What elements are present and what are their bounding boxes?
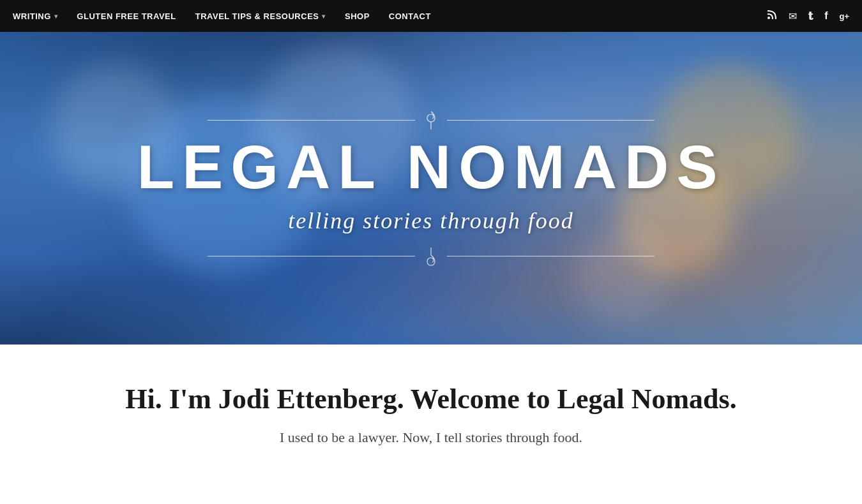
nav-travel-arrow: ▾: [322, 13, 326, 20]
svg-point-0: [767, 17, 770, 19]
facebook-icon[interactable]: f: [824, 10, 828, 22]
nav-left: WRITING ▾ GLUTEN FREE TRAVEL TRAVEL TIPS…: [13, 11, 431, 21]
rss-icon[interactable]: [767, 10, 777, 22]
site-title: LEGAL NOMADS: [137, 137, 725, 198]
nav-item-travel-tips[interactable]: TRAVEL TIPS & RESOURCES ▾: [195, 11, 326, 21]
welcome-heading: Hi. I'm Jodi Ettenberg. Welcome to Legal…: [51, 383, 811, 417]
nav-gluten-label: GLUTEN FREE TRAVEL: [77, 11, 176, 21]
nav-contact-label: CONTACT: [389, 11, 431, 21]
nav-item-gluten-free[interactable]: GLUTEN FREE TRAVEL: [77, 11, 176, 21]
welcome-sub: I used to be a lawyer. Now, I tell stori…: [51, 429, 811, 446]
hero-content: LEGAL NOMADS telling stories through foo…: [0, 111, 862, 266]
deco-loop-bottom: [421, 247, 441, 266]
deco-line-right-top: [447, 120, 654, 121]
hero-banner: LEGAL NOMADS telling stories through foo…: [0, 32, 862, 345]
deco-line-left-bottom: [208, 256, 415, 256]
nav-travel-label: TRAVEL TIPS & RESOURCES: [195, 11, 319, 21]
nav-right: ✉ 𝕥 f g+: [767, 10, 849, 22]
decorative-frame: LEGAL NOMADS telling stories through foo…: [0, 111, 862, 266]
deco-bottom: [208, 247, 654, 266]
nav-writing-arrow: ▾: [54, 13, 58, 20]
nav-item-writing[interactable]: WRITING ▾: [13, 11, 57, 21]
deco-loop-top: [421, 111, 441, 130]
site-subtitle: telling stories through food: [288, 207, 574, 234]
twitter-icon[interactable]: 𝕥: [808, 10, 813, 22]
nav-writing-label: WRITING: [13, 11, 51, 21]
nav-item-contact[interactable]: CONTACT: [389, 11, 431, 21]
deco-top: [208, 111, 654, 130]
deco-line-right-bottom: [447, 256, 654, 256]
nav-shop-label: SHOP: [345, 11, 370, 21]
googleplus-icon[interactable]: g+: [839, 11, 849, 21]
main-content: Hi. I'm Jodi Ettenberg. Welcome to Legal…: [0, 345, 862, 471]
email-icon[interactable]: ✉: [789, 10, 797, 22]
nav-item-shop[interactable]: SHOP: [345, 11, 370, 21]
deco-line-left-top: [208, 120, 415, 121]
main-nav: WRITING ▾ GLUTEN FREE TRAVEL TRAVEL TIPS…: [0, 0, 862, 32]
